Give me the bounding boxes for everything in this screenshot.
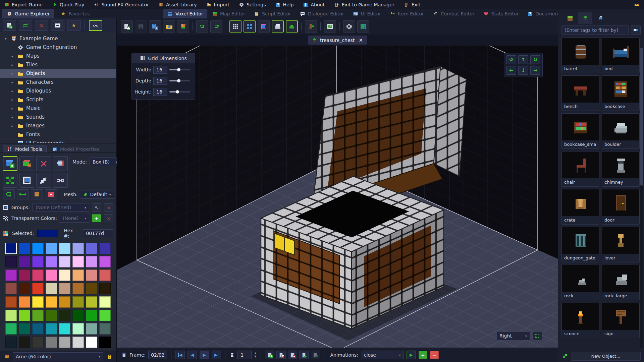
palette-swatch[interactable] <box>99 296 111 308</box>
move-up-button[interactable]: ↑ <box>518 55 528 64</box>
groups-select[interactable]: (None Defined) ▾ <box>33 203 89 212</box>
tree-item-ui-components[interactable]: UI Components <box>0 139 116 143</box>
remove-animation-button[interactable]: − <box>430 351 439 359</box>
tab-objects[interactable] <box>578 12 592 24</box>
palette-swatch[interactable] <box>5 283 17 294</box>
toggle-grid-button[interactable] <box>229 20 241 33</box>
expand-arrow-icon[interactable]: ▸ <box>10 124 15 128</box>
library-item-chimney[interactable]: chimney <box>602 151 640 187</box>
redo-button[interactable] <box>210 20 222 33</box>
tag-filter-input[interactable] <box>561 25 629 35</box>
screenshot-button[interactable] <box>324 20 336 33</box>
eyedropper-tool[interactable] <box>36 173 51 188</box>
tab-map-editor[interactable]: Map Editor <box>208 9 249 18</box>
palette-swatch[interactable] <box>99 256 111 267</box>
expand-arrow-icon[interactable]: ▸ <box>10 89 15 93</box>
palette-swatch[interactable] <box>46 310 57 321</box>
move-frame-left-button[interactable] <box>299 351 309 359</box>
tab-favorites[interactable]: ★Favorites <box>56 9 94 18</box>
viewport-settings-button[interactable] <box>343 20 355 33</box>
tab-dialogue-editor[interactable]: Dialogue Editor <box>296 9 348 18</box>
palette-swatch[interactable] <box>86 323 97 335</box>
walk-test-button[interactable] <box>305 20 317 33</box>
palette-swatch[interactable] <box>5 243 17 254</box>
library-item-chair[interactable]: chair <box>561 151 599 187</box>
palette-swatch[interactable] <box>32 243 44 254</box>
palette-swatch[interactable] <box>5 310 17 321</box>
palette-select[interactable]: Arne (64 color) ▾ <box>13 352 103 361</box>
palette-swatch[interactable] <box>72 269 84 281</box>
add-frame-button[interactable] <box>265 351 274 359</box>
fill-tool[interactable] <box>53 156 68 171</box>
duration-stepper[interactable]: ▲▼ <box>254 352 256 358</box>
palette-swatch[interactable] <box>19 323 30 335</box>
toggle-voxels-button[interactable] <box>244 20 256 33</box>
palette-swatch[interactable] <box>86 296 97 308</box>
menu-import[interactable]: Import <box>206 2 229 7</box>
library-item-sconce[interactable]: sconce <box>561 303 599 338</box>
move-left-button[interactable]: ← <box>506 66 516 75</box>
palette-swatch[interactable] <box>46 283 57 294</box>
palette-swatch[interactable] <box>99 269 111 281</box>
palette-swatch[interactable] <box>5 269 17 281</box>
expand-arrow-icon[interactable]: ▸ <box>10 54 15 58</box>
library-item-sign[interactable]: sign <box>602 303 640 338</box>
export-model-button[interactable] <box>177 20 189 33</box>
palette-swatch[interactable] <box>5 296 17 308</box>
move-frame-right-button[interactable] <box>311 351 320 359</box>
palette-swatch[interactable] <box>72 337 84 348</box>
tab-model-properties[interactable]: Model Properties <box>48 145 103 153</box>
tree-item-scripts[interactable]: ▸Scripts <box>0 95 116 104</box>
palette-swatch[interactable] <box>46 296 57 308</box>
animation-select[interactable]: close ▾ <box>361 351 404 359</box>
mirror-tool[interactable] <box>53 173 68 188</box>
remove-frame-button[interactable] <box>288 351 297 359</box>
tab-item-editor[interactable]: Item Editor <box>386 9 428 18</box>
prev-frame-button[interactable]: ◀ <box>187 351 197 359</box>
tab-ui-editor[interactable]: UI Editor <box>349 9 385 18</box>
expand-arrow-icon[interactable]: ▸ <box>10 115 15 119</box>
palette-swatch[interactable] <box>19 269 30 281</box>
dimension-input[interactable]: 16 <box>153 77 167 85</box>
palette-swatch[interactable] <box>86 256 97 267</box>
palette-swatch[interactable] <box>59 337 70 348</box>
tab-game-explorer[interactable]: Game Explorer <box>2 9 54 18</box>
new-resource-button[interactable] <box>3 20 16 31</box>
expand-arrow-icon[interactable]: ▸ <box>10 72 15 75</box>
menu-quick-play[interactable]: Quick Play <box>52 2 84 7</box>
palette-swatch[interactable] <box>5 323 17 335</box>
palette-swatch[interactable] <box>32 310 44 321</box>
palette-swatch[interactable] <box>59 243 70 254</box>
palette-swatch[interactable] <box>99 323 111 335</box>
first-frame-button[interactable]: ◀ <box>175 351 185 359</box>
play-button[interactable]: ▶ <box>200 351 209 359</box>
mode-select[interactable]: Box (B) ▾ <box>90 158 120 166</box>
expand-arrow-icon[interactable]: ▸ <box>10 98 15 102</box>
tab-tiles[interactable] <box>563 12 577 24</box>
toggle-shading-button[interactable] <box>272 20 284 33</box>
move-down-button[interactable]: ↓ <box>518 66 528 75</box>
tree-item-objects[interactable]: ▸Objects <box>0 69 116 78</box>
tab-stats-editor[interactable]: Stats Editor <box>479 9 523 18</box>
delete-button[interactable]: × <box>35 20 48 31</box>
palette-swatch[interactable] <box>72 283 84 294</box>
refresh-button[interactable] <box>19 20 32 31</box>
undo-button[interactable] <box>196 20 208 33</box>
palette-swatch[interactable] <box>86 337 97 348</box>
menu-about[interactable]: About <box>303 2 324 7</box>
dimension-slider[interactable] <box>169 78 190 83</box>
flip-model-button[interactable] <box>17 189 29 199</box>
library-item-crate[interactable]: crate <box>561 189 599 225</box>
resize-grid-button[interactable] <box>357 20 369 33</box>
palette-swatch[interactable] <box>19 256 30 267</box>
menu-settings[interactable]: Settings <box>239 2 266 7</box>
menu-asset-library[interactable]: Asset Library <box>158 2 197 7</box>
tree-item-tiles[interactable]: ▸Tiles <box>0 60 116 69</box>
menu-exit[interactable]: Exit <box>404 2 421 7</box>
window-corner-button[interactable] <box>634 2 640 8</box>
group-pick-button[interactable]: ↖ <box>92 203 101 212</box>
tree-item-maps[interactable]: ▸Maps <box>0 52 116 60</box>
camera-select[interactable]: Right ▾ <box>496 331 530 340</box>
save-button[interactable] <box>135 20 147 33</box>
tree-item-characters[interactable]: ▸Characters <box>0 78 116 86</box>
